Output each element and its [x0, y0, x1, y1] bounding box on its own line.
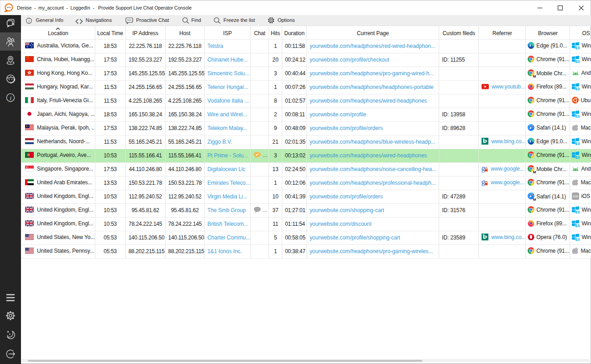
svg-text:10: 10	[575, 59, 580, 64]
svg-text:iOS: iOS	[573, 195, 579, 198]
svg-text:10: 10	[575, 224, 580, 228]
svg-text:10: 10	[575, 46, 580, 50]
svg-text:10: 10	[575, 87, 580, 91]
svg-text:10: 10	[575, 114, 580, 119]
svg-text:10: 10	[575, 237, 580, 242]
svg-text:10: 10	[575, 141, 580, 146]
svg-text:10: 10	[575, 210, 580, 214]
svg-text:10: 10	[575, 155, 580, 160]
svg-text:i: i	[10, 94, 11, 101]
svg-text:i: i	[28, 19, 30, 23]
